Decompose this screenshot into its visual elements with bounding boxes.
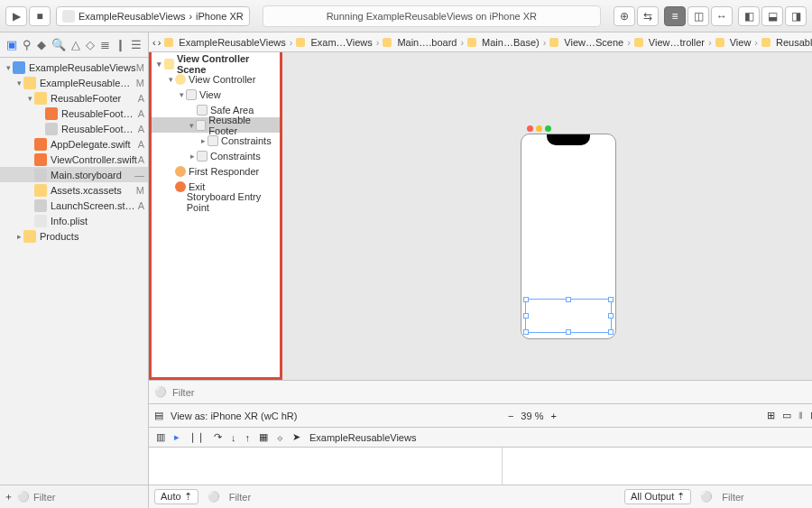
file-tree[interactable]: ▾ExampleReusableViewsM▾ExampleReusableVi…: [0, 58, 148, 485]
outline-item[interactable]: ▸Constraints: [152, 148, 280, 163]
outline-item[interactable]: ▾Reusable Footer: [152, 117, 280, 133]
jumpbar-segment[interactable]: Main….board: [381, 37, 458, 48]
app-icon: [62, 10, 75, 23]
toggle-bottom-panel[interactable]: ⬓: [761, 6, 783, 26]
scheme-device: iPhone XR: [196, 11, 244, 22]
step-over-button[interactable]: ↷: [214, 431, 222, 443]
symbol-navigator-tab[interactable]: ◆: [37, 38, 46, 51]
test-navigator-tab[interactable]: ◇: [86, 38, 95, 51]
variables-filter-icon: ⚪: [208, 491, 220, 503]
navigator-footer: ＋ ⚪ ⏱ ▭: [0, 485, 148, 508]
file-tree-item[interactable]: Info.plist: [0, 213, 148, 228]
navigator-tabs: ▣ ⚲ ◆ 🔍 △ ◇ ≣ ❙ ☰: [0, 32, 148, 58]
file-tree-item[interactable]: ▸Products: [0, 228, 148, 244]
run-button[interactable]: ▶: [5, 6, 27, 26]
toggle-right-panel[interactable]: ◨: [785, 6, 807, 26]
outline-item[interactable]: ▸Constraints: [152, 133, 280, 148]
toolbar: ▶ ■ ExampleReusableViews › iPhone XR Run…: [0, 0, 812, 32]
debug-view-button[interactable]: ▦: [259, 431, 268, 443]
console-view[interactable]: [503, 448, 812, 485]
ib-canvas[interactable]: [282, 52, 812, 380]
navigator-panel: ▣ ⚲ ◆ 🔍 △ ◇ ≣ ❙ ☰ ▾ExampleReusableViewsM…: [0, 32, 149, 508]
console-filter-icon: ⚪: [700, 491, 713, 503]
align-button[interactable]: ⫴: [798, 410, 803, 421]
chevron-right-icon: ›: [189, 11, 192, 22]
source-control-tab[interactable]: ⚲: [23, 38, 32, 51]
jumpbar-segment[interactable]: ExampleReusableViews: [162, 37, 287, 48]
filter-icon: ⚪: [154, 386, 167, 398]
outline-item[interactable]: ▾View: [152, 87, 280, 102]
file-tree-item[interactable]: ViewController.swiftA: [0, 152, 148, 167]
step-out-button[interactable]: ↑: [245, 432, 251, 443]
forward-button[interactable]: ›: [158, 37, 161, 48]
outline-item[interactable]: Storyboard Entry Point: [152, 194, 280, 209]
continue-button[interactable]: ❘❘: [189, 431, 205, 443]
file-tree-item[interactable]: Assets.xcassetsM: [0, 182, 148, 198]
jumpbar-segment[interactable]: Reusable Footer: [760, 37, 812, 48]
outline-filter[interactable]: [172, 387, 812, 398]
outline-item[interactable]: ▾View Controller Scene: [152, 56, 280, 71]
device-frame[interactable]: [521, 134, 616, 339]
step-into-button[interactable]: ↓: [231, 432, 236, 443]
console-filter[interactable]: [722, 492, 803, 503]
zoom-in-button[interactable]: +: [550, 411, 556, 421]
variables-view[interactable]: [149, 448, 503, 485]
add-icon[interactable]: ＋: [4, 490, 14, 503]
library-button[interactable]: ⊕: [614, 6, 635, 26]
find-navigator-tab[interactable]: 🔍: [51, 38, 66, 51]
debug-navigator-tab[interactable]: ≣: [100, 38, 110, 51]
outline-filter-bar: ⚪: [149, 380, 812, 403]
view-as-label[interactable]: View as: iPhone XR (wC hR): [171, 411, 297, 421]
project-navigator-tab[interactable]: ▣: [6, 38, 17, 51]
location-button[interactable]: ➤: [292, 431, 300, 443]
activity-view: Running ExampleReusableViews on iPhone X…: [263, 5, 601, 27]
editor-area: ‹ › ExampleReusableViews›Exam…Views›Main…: [149, 32, 812, 508]
toggle-left-panel[interactable]: ◧: [738, 6, 760, 26]
variables-filter[interactable]: [229, 492, 310, 503]
canvas-footer: ▤ View as: iPhone XR (wC hR) − 39 % + ⊞ …: [149, 403, 812, 427]
variables-scope[interactable]: Auto ⇡: [154, 489, 198, 504]
zoom-label: 39 %: [521, 411, 543, 421]
selected-view-reusable-footer[interactable]: [525, 299, 612, 333]
assistant-editor-button[interactable]: ◫: [687, 6, 709, 26]
jumpbar-segment[interactable]: Exam…Views: [294, 37, 374, 48]
stop-button[interactable]: ■: [29, 6, 51, 26]
debug-target[interactable]: ExampleReusableViews: [309, 432, 416, 443]
file-tree-item[interactable]: Main.storyboard—: [0, 167, 148, 182]
file-tree-item[interactable]: ReusableFooter.xibA: [0, 121, 148, 136]
jumpbar-segment[interactable]: View…troller: [632, 37, 706, 48]
document-outline[interactable]: ▾View Controller Scene▾View Controller▾V…: [149, 52, 282, 380]
back-button[interactable]: ‹: [152, 37, 156, 48]
code-review-button[interactable]: ⇆: [637, 6, 659, 26]
hide-debug-button[interactable]: ▥: [156, 431, 165, 443]
constraint-btn-1[interactable]: ⊞: [767, 410, 775, 421]
jumpbar-segment[interactable]: View: [714, 37, 753, 48]
device-notch: [547, 134, 590, 145]
window-traffic-lights: [527, 125, 551, 132]
navigator-filter[interactable]: [33, 492, 158, 503]
file-tree-item[interactable]: LaunchScreen.storyboardA: [0, 198, 148, 213]
outline-item[interactable]: First Responder: [152, 163, 280, 179]
memory-graph-button[interactable]: ⟐: [277, 432, 283, 443]
jumpbar-segment[interactable]: Main…Base): [466, 37, 541, 48]
scheme-selector[interactable]: ExampleReusableViews › iPhone XR: [56, 6, 250, 26]
jumpbar-segment[interactable]: View…Scene: [548, 37, 625, 48]
console-scope[interactable]: All Output ⇡: [624, 489, 691, 504]
file-tree-item[interactable]: ▾ExampleReusableViewsM: [0, 60, 148, 75]
issue-navigator-tab[interactable]: △: [71, 38, 80, 51]
zoom-out-button[interactable]: −: [508, 411, 513, 421]
file-tree-item[interactable]: ReusableFooter.swiftA: [0, 106, 148, 121]
constraint-btn-2[interactable]: ▭: [782, 410, 791, 421]
version-editor-button[interactable]: ↔: [711, 6, 733, 26]
report-navigator-tab[interactable]: ☰: [131, 38, 142, 51]
standard-editor-button[interactable]: ≡: [664, 6, 686, 26]
outline-toggle-button[interactable]: ▤: [154, 410, 163, 421]
breakpoint-navigator-tab[interactable]: ❙: [115, 38, 125, 51]
filter-icon: ⚪: [17, 491, 30, 503]
file-tree-item[interactable]: ▾ReusableFooterA: [0, 90, 148, 106]
file-tree-item[interactable]: ▾ExampleReusableViewsM: [0, 75, 148, 90]
jump-bar[interactable]: ‹ › ExampleReusableViews›Exam…Views›Main…: [149, 32, 812, 52]
breakpoints-button[interactable]: ▸: [174, 431, 180, 443]
scheme-app: ExampleReusableViews: [78, 11, 185, 22]
file-tree-item[interactable]: AppDelegate.swiftA: [0, 136, 148, 152]
